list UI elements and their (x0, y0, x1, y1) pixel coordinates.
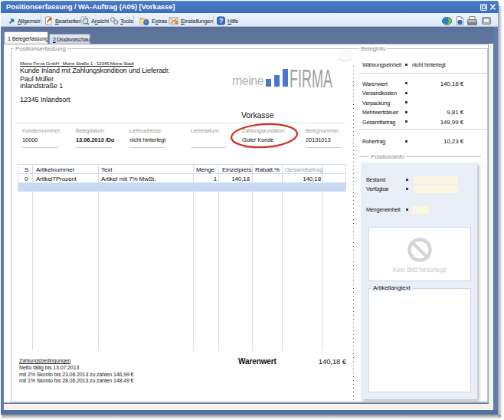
svg-text:?: ? (219, 17, 223, 25)
